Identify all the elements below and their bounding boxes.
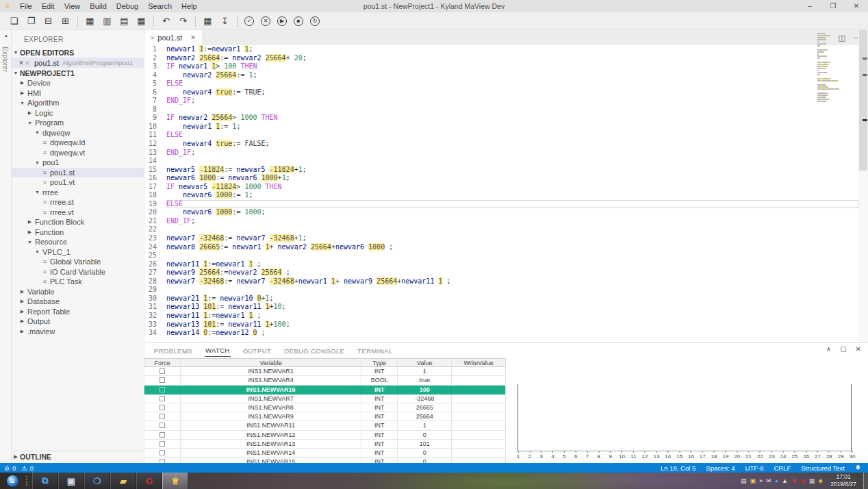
watch-row-ins1.newvar8[interactable]: INS1.NEWVAR8INT26665 — [144, 403, 505, 412]
tray-arrow-icon[interactable]: ▲ — [782, 473, 788, 489]
stop-icon[interactable]: ■ — [294, 16, 303, 26]
taskbar-app-g[interactable]: G — [136, 473, 162, 489]
tray-network-icon[interactable]: ▦ — [809, 473, 815, 489]
code-line-27[interactable]: 27newvar9 25664:=newvar2 25664 ; — [144, 268, 858, 277]
tree-item-pou1-vt[interactable]: ≡pou1.vt — [12, 177, 144, 188]
undo-icon[interactable]: ↶ — [157, 13, 175, 29]
module-save-icon[interactable]: ▤ — [116, 13, 133, 29]
split-editor-icon[interactable]: ◫ — [839, 34, 845, 42]
tree-item-function[interactable]: ▶Function — [12, 227, 144, 238]
code-line-10[interactable]: 10 newvar1 1:= 1; — [144, 123, 858, 131]
code-line-3[interactable]: 3IF newvar1 1> 100 THEN — [144, 62, 858, 71]
tree-item-database[interactable]: ▶Database — [12, 297, 144, 307]
watch-row-ins1.newvar14[interactable]: INS1.NEWVAR14INT0 — [144, 449, 505, 457]
writevalue-cell[interactable] — [452, 386, 505, 394]
writevalue-cell[interactable] — [452, 440, 505, 448]
force-checkbox[interactable] — [159, 387, 165, 392]
tray-mail-icon[interactable]: ✉ — [766, 473, 771, 489]
download-icon[interactable]: ↧ — [216, 13, 233, 29]
code-line-32[interactable]: 32newvar11 1:=newvar1 1 ; — [144, 312, 858, 321]
language-mode[interactable]: Structured Text — [801, 464, 845, 472]
writevalue-cell[interactable] — [452, 449, 505, 457]
maximize-button[interactable]: ❐ — [821, 0, 845, 12]
code-line-24[interactable]: 24newvar8 26665:= newvar1 1+ newvar2 256… — [144, 243, 858, 252]
taskbar-app-folder[interactable]: ▰ — [110, 473, 136, 489]
tray-antivirus-icon[interactable]: ▼ — [791, 473, 797, 489]
tray-update-icon[interactable]: ◈ — [818, 473, 823, 489]
tree-item-report-table[interactable]: ▶Report Table — [12, 307, 144, 317]
force-checkbox[interactable] — [159, 441, 165, 447]
restart-icon[interactable]: ↻ — [310, 16, 320, 26]
save-icon[interactable]: ⊟ — [40, 13, 57, 29]
code-line-16[interactable]: 16newvar6 1000:= newvar6 1000+1; — [144, 174, 858, 183]
scrollbar-thumb[interactable] — [859, 30, 867, 171]
writevalue-cell[interactable] — [452, 394, 505, 403]
start-button[interactable]: ⊞ — [0, 473, 25, 489]
code-editor[interactable]: 1newvar1 1:=newvar1 1;2newvar2 25664:= n… — [144, 45, 858, 342]
panel-close-icon[interactable]: ✕ — [856, 345, 861, 353]
force-checkbox[interactable] — [159, 414, 165, 419]
menu-file[interactable]: File — [15, 0, 37, 12]
tray-overflow-icon[interactable]: » — [759, 473, 763, 489]
taskbar-app-vscode[interactable]: ⧉ — [32, 473, 58, 489]
tree-item-program[interactable]: ▼Program — [12, 118, 144, 128]
compile-check-icon[interactable]: ✓ — [244, 16, 254, 26]
open-folder-icon[interactable]: ❐ — [23, 13, 40, 29]
taskbar-app-messenger[interactable]: ❍ — [84, 473, 110, 489]
tree-item-rrree[interactable]: ▼rrree — [12, 188, 144, 198]
writevalue-cell[interactable] — [452, 421, 505, 429]
show-desktop-button[interactable] — [863, 473, 868, 489]
panel-layout-icon[interactable]: ▢ — [840, 345, 846, 353]
close-button[interactable]: ✕ — [845, 0, 868, 12]
minimap[interactable] — [817, 33, 839, 103]
code-line-2[interactable]: 2newvar2 25664:= newvar2 25664+ 20; — [144, 54, 858, 63]
minimize-button[interactable]: – — [798, 0, 821, 12]
warnings-icon[interactable]: ⚠ — [21, 464, 27, 472]
code-line-30[interactable]: 30newvar21 1:= newvar10 0+1; — [144, 294, 858, 303]
writevalue-cell[interactable] — [452, 403, 505, 412]
tree-item-pou1[interactable]: ▼pou1 — [12, 158, 144, 168]
force-checkbox[interactable] — [159, 396, 165, 401]
code-line-6[interactable]: 6 newvar4 true:= TRUE; — [144, 88, 858, 97]
code-line-25[interactable]: 25 — [144, 251, 858, 260]
save-all-icon[interactable]: ⊞ — [57, 13, 74, 29]
taskbar-app-console[interactable]: ▣ — [58, 473, 84, 489]
panel-tab-problems[interactable]: PROBLEMS — [153, 345, 193, 357]
tree-item-vplc-1[interactable]: ▼VPLC_1 — [12, 247, 144, 258]
tray-help-icon[interactable]: ◕ — [775, 473, 778, 489]
force-checkbox[interactable] — [159, 423, 165, 428]
writevalue-cell[interactable] — [452, 412, 505, 421]
menu-build[interactable]: Build — [85, 0, 111, 12]
code-line-14[interactable]: 14 — [144, 157, 858, 166]
module-grid-icon[interactable]: ▦ — [81, 13, 99, 29]
code-line-23[interactable]: 23newvar7 -32468:= newvar7 -32468+1; — [144, 234, 858, 243]
table-add-icon[interactable]: ▦ — [133, 13, 150, 29]
tree-item-output[interactable]: ▶Output — [12, 316, 144, 327]
tray-audio-icon[interactable]: ◆ — [801, 473, 806, 489]
watch-row-ins1.newvar15[interactable]: INS1.NEWVAR15INT0 — [144, 457, 505, 463]
indentation[interactable]: Spaces: 4 — [706, 464, 735, 472]
warning-count[interactable]: 0 — [30, 464, 34, 472]
tree-item-rrree-st[interactable]: ≡rrree.st — [12, 197, 144, 208]
panel-tab-terminal[interactable]: TERMINAL — [357, 345, 393, 357]
tree-item-algorithm[interactable]: ▼Algorithm — [12, 98, 144, 108]
watch-row-ins1.newvar7[interactable]: INS1.NEWVAR7INT-32468 — [144, 394, 505, 403]
close-icon[interactable]: ✕ — [17, 60, 25, 66]
tree-item-dqweqw[interactable]: ▼dqweqw — [12, 128, 144, 138]
menu-edit[interactable]: Edit — [37, 0, 60, 12]
new-file-icon[interactable]: ❏ — [5, 13, 23, 29]
explorer-activity-icon[interactable]: ◔ — [0, 30, 11, 40]
writevalue-cell[interactable] — [452, 376, 505, 384]
panel-tab-watch[interactable]: WATCH — [205, 344, 231, 357]
bell-icon[interactable] — [855, 464, 861, 471]
code-line-22[interactable]: 22 — [144, 225, 858, 234]
taskbar-app-maview[interactable]: ♕ — [162, 473, 188, 489]
menu-help[interactable]: Help — [177, 0, 202, 12]
run-icon[interactable]: ▶ — [277, 16, 287, 26]
panel-tab-debug-console[interactable]: DEBUG CONSOLE — [283, 345, 345, 357]
cancel-icon[interactable]: ✕ — [261, 16, 270, 26]
watch-row-ins1.newvar16[interactable]: INS1.NEWVAR16INT100 — [144, 386, 505, 394]
code-line-21[interactable]: 21END_IF; — [144, 217, 858, 226]
watch-row-ins1.newvar13[interactable]: INS1.NEWVAR13INT101 — [144, 440, 505, 449]
tree-item-dqweqw-vt[interactable]: ≡dqweqw.vt — [12, 148, 144, 158]
